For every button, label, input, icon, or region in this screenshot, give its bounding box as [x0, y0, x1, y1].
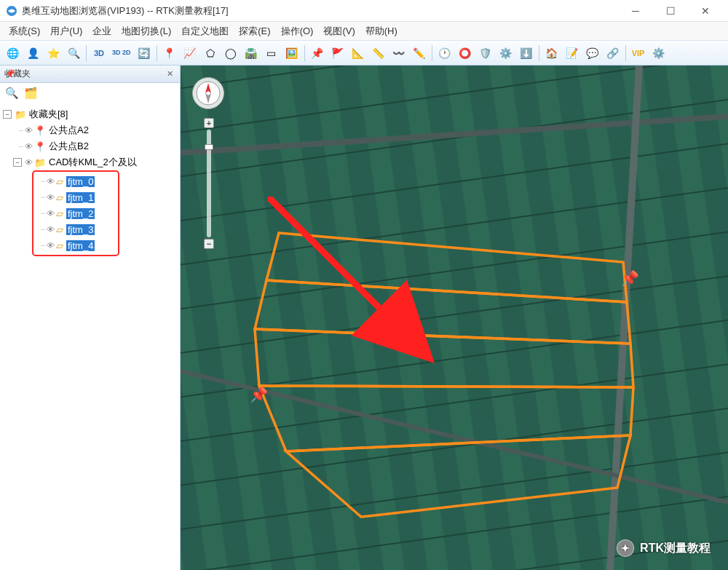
visibility-icon[interactable]: 👁	[47, 193, 55, 202]
shape-icon: ▱	[56, 208, 63, 219]
menu-enterprise[interactable]: 企业	[88, 23, 116, 40]
tree-item-label: 公共点B2	[49, 140, 89, 153]
shape-icon: ▱	[56, 240, 63, 251]
tree-item-cad[interactable]: − 👁 📁 CAD转KML_2个及以	[1, 154, 178, 170]
tree-item-shape[interactable]: ┈👁▱fjtm_0	[36, 173, 116, 189]
visibility-icon[interactable]: 👁	[47, 177, 55, 186]
search-icon[interactable]: 🔍	[64, 44, 83, 63]
compass-control[interactable]	[192, 77, 224, 109]
folder-icon: 📁	[15, 109, 26, 120]
close-button[interactable]: ✕	[689, 1, 722, 21]
minimize-button[interactable]: ─	[619, 1, 652, 21]
folder-icon: 📁	[34, 157, 46, 168]
title-bar: 奥维互动地图浏览器(VIP193) -- RTK测量教程[17] ─ ☐ ✕	[0, 0, 728, 22]
globe-icon[interactable]: 🌐	[3, 44, 22, 63]
tree-root-label: 收藏夹[8]	[29, 108, 68, 121]
favorites-tree: − 📁 收藏夹[8] ┈ 👁 📍 公共点A2 ┈ 👁 📍 公共点B2 − 👁 📁	[0, 103, 180, 259]
tree-item-shape[interactable]: ┈👁▱fjtm_3	[36, 221, 116, 237]
tree-connector: ┈	[19, 143, 23, 151]
ruler-icon[interactable]: 📏	[369, 44, 388, 63]
pin-tool-icon[interactable]: 📌	[308, 44, 327, 63]
image-icon[interactable]: 🖼️	[282, 44, 301, 63]
menu-view[interactable]: 视图(V)	[319, 23, 359, 40]
marker-icon: 📍	[34, 141, 46, 152]
download-icon[interactable]: ⬇️	[517, 44, 536, 63]
menu-mapswitch[interactable]: 地图切换(L)	[117, 23, 175, 40]
pin-icon[interactable]: 📌	[4, 68, 16, 80]
panel-layers-icon[interactable]: 🗂️	[23, 86, 38, 100]
shield-icon[interactable]: 🛡️	[476, 44, 495, 63]
note-icon[interactable]: 📝	[563, 44, 582, 63]
mode-3d2d-button[interactable]: 3D 2D	[110, 44, 133, 63]
tree-item-shape[interactable]: ┈👁▱fjtm_1	[36, 189, 116, 205]
wechat-icon: ✦	[617, 539, 634, 557]
tree-item-label: 公共点A2	[49, 124, 89, 137]
tree-item-a2[interactable]: ┈ 👁 📍 公共点A2	[1, 122, 178, 138]
visibility-icon[interactable]: 👁	[25, 158, 33, 167]
refresh-icon[interactable]: 🔄	[135, 44, 154, 63]
star-icon[interactable]: ⭐	[44, 44, 63, 63]
zoom-thumb[interactable]	[205, 144, 213, 150]
share-icon[interactable]: 🔗	[604, 44, 622, 63]
maximize-button[interactable]: ☐	[654, 1, 687, 21]
edit-icon[interactable]: ✏️	[410, 44, 429, 63]
visibility-icon[interactable]: 👁	[47, 225, 55, 234]
ring-icon[interactable]: ⭕	[456, 44, 475, 63]
track-icon[interactable]: 〰️	[389, 44, 408, 63]
window-title: 奥维互动地图浏览器(VIP193) -- RTK测量教程[17]	[22, 4, 619, 17]
shape-label: fjtm_1	[66, 192, 95, 203]
menu-bar: 系统(S) 用户(U) 企业 地图切换(L) 自定义地图 探索(E) 操作(O)…	[0, 22, 728, 41]
shape-label: fjtm_2	[66, 208, 95, 219]
flag-icon[interactable]: 🚩	[328, 44, 347, 63]
shape-label: fjtm_3	[66, 224, 95, 235]
map-pushpin-icon[interactable]: 📌	[250, 386, 268, 403]
menu-help[interactable]: 帮助(H)	[361, 23, 402, 40]
settings-icon[interactable]: ⚙️	[496, 44, 515, 63]
circle-icon[interactable]: ◯	[221, 44, 240, 63]
menu-custommap[interactable]: 自定义地图	[177, 23, 233, 40]
rect-icon[interactable]: ▭	[262, 44, 281, 63]
tree-item-shape[interactable]: ┈👁▱fjtm_4	[36, 237, 116, 253]
menu-user[interactable]: 用户(U)	[46, 23, 87, 40]
measure-icon[interactable]: 📐	[349, 44, 368, 63]
panel-search-icon[interactable]: 🔍	[4, 86, 19, 100]
tree-item-b2[interactable]: ┈ 👁 📍 公共点B2	[1, 138, 178, 154]
map-view[interactable]: + − 📌 📌 ✦ RTK测量教程	[181, 66, 728, 570]
tree-root[interactable]: − 📁 收藏夹[8]	[1, 106, 178, 122]
zoom-track[interactable]	[207, 130, 211, 237]
menu-operate[interactable]: 操作(O)	[277, 23, 318, 40]
satellite-imagery	[181, 66, 728, 570]
panel-close-icon[interactable]: ✕	[164, 68, 175, 80]
vip-button[interactable]: VIP	[629, 44, 648, 63]
zoom-in-button[interactable]: +	[204, 118, 214, 128]
collapse-icon[interactable]: −	[3, 110, 12, 119]
zoom-slider[interactable]: + −	[204, 118, 214, 249]
polygon-icon[interactable]: ⬠	[201, 44, 220, 63]
visibility-icon[interactable]: 👁	[47, 209, 55, 218]
shape-icon: ▱	[56, 176, 63, 187]
shape-icon: ▱	[56, 192, 63, 203]
highlighted-shapes-box: ┈👁▱fjtm_0 ┈👁▱fjtm_1 ┈👁▱fjtm_2 ┈👁▱fjtm_3 …	[32, 170, 119, 256]
zoom-out-button[interactable]: −	[204, 239, 214, 249]
home-icon[interactable]: 🏠	[542, 44, 561, 63]
marker-icon[interactable]: 📍	[160, 44, 179, 63]
history-icon[interactable]: 🕐	[435, 44, 454, 63]
tree-item-shape[interactable]: ┈👁▱fjtm_2	[36, 205, 116, 221]
marker-icon: 📍	[34, 125, 46, 136]
collapse-icon[interactable]: −	[13, 158, 22, 167]
line-icon[interactable]: 📈	[181, 44, 199, 63]
svg-rect-5	[181, 66, 728, 570]
user-icon[interactable]: 👤	[23, 44, 42, 63]
mode-3d-button[interactable]: 3D	[90, 44, 108, 63]
menu-explore[interactable]: 探索(E)	[234, 23, 274, 40]
visibility-icon[interactable]: 👁	[25, 126, 33, 135]
shape-label: fjtm_4	[66, 240, 95, 251]
chat-icon[interactable]: 💬	[583, 44, 602, 63]
visibility-icon[interactable]: 👁	[25, 142, 33, 151]
options-icon[interactable]: ⚙️	[649, 44, 668, 63]
map-pushpin-icon[interactable]: 📌	[621, 269, 639, 287]
route-icon[interactable]: 🛣️	[242, 44, 261, 63]
visibility-icon[interactable]: 👁	[47, 241, 55, 250]
menu-system[interactable]: 系统(S)	[4, 23, 44, 40]
tree-item-label: CAD转KML_2个及以	[49, 156, 137, 169]
